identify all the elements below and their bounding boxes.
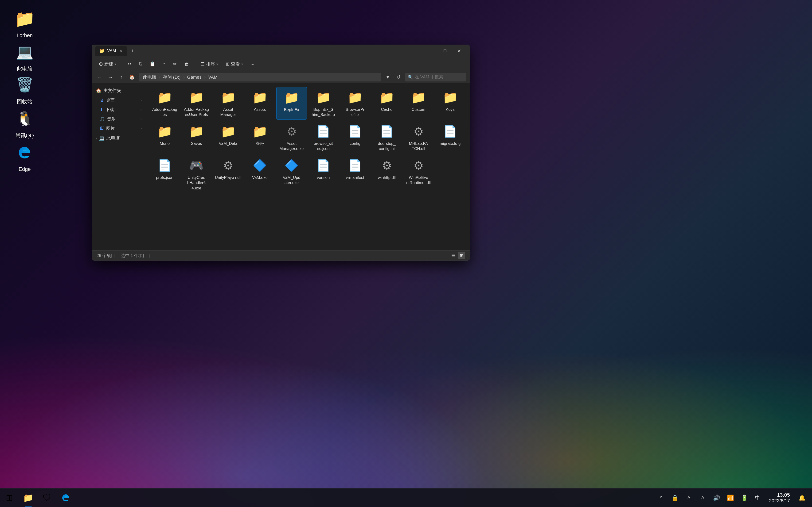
file-item-mhlabpatch[interactable]: ⚙ MHLab.PA TCH.dll	[403, 121, 434, 154]
battery-icon[interactable]: 🔋	[739, 493, 750, 503]
file-item-cache[interactable]: 📁 Cache	[371, 87, 402, 120]
grid-view-button[interactable]: ⊞	[458, 252, 465, 259]
search-icon: 🔍	[408, 75, 413, 80]
more-button[interactable]: ···	[247, 60, 258, 68]
file-item-unitycrash[interactable]: 🎮 UnityCras hHandler6 4.exe	[181, 155, 212, 193]
maximize-button[interactable]: □	[438, 45, 452, 57]
audio-icon[interactable]: 🔊	[711, 493, 722, 503]
file-label-unitycrash: UnityCras hHandler6 4.exe	[183, 175, 210, 190]
breadcrumb[interactable]: 此电脑 › 存储 (D:) › Games › VAM	[139, 73, 381, 81]
file-item-custom[interactable]: 📁 Custom	[403, 87, 434, 120]
file-item-doorstopconfig[interactable]: 📄 doorstop_ config.ini	[371, 121, 402, 154]
taskbar-security[interactable]: 🛡	[38, 489, 56, 507]
network-icon[interactable]: 📶	[725, 493, 735, 503]
back-button[interactable]: ←	[95, 73, 104, 81]
file-item-vamexe[interactable]: 🔷 VaM.exe	[245, 155, 275, 193]
file-item-saves[interactable]: 📁 Saves	[181, 121, 212, 154]
breadcrumb-sep-1: ›	[159, 75, 160, 80]
total-items: 29 个项目	[97, 253, 115, 259]
file-item-vrmanifest[interactable]: 📄 vrmanifest	[340, 155, 370, 193]
sidebar-item-desktop[interactable]: 🖥 桌面 ›	[93, 96, 145, 105]
sidebar-this-pc[interactable]: › 💻 此电脑	[93, 133, 145, 143]
file-label-addonpackagesuserprefs: AddonPackagesUser Prefs	[183, 107, 210, 117]
file-item-browsesitesjs[interactable]: 📄 browse_sit es.json	[308, 121, 339, 154]
file-item-migratelog[interactable]: 📄 migrate.lo g	[435, 121, 465, 154]
file-item-addonpackagesuserprefs[interactable]: 📁 AddonPackagesUser Prefs	[181, 87, 212, 120]
delete-button[interactable]: 🗑	[182, 60, 192, 68]
search-bar[interactable]: 🔍	[405, 73, 466, 81]
breadcrumb-sep-3: ›	[204, 75, 206, 80]
paste-button[interactable]: 📋	[146, 59, 159, 68]
file-item-version[interactable]: 📄 version	[308, 155, 339, 193]
file-icon-browsesitesjs: 📄	[315, 123, 332, 139]
forward-button[interactable]: →	[106, 73, 115, 81]
recent-button[interactable]: 🏠	[128, 73, 136, 81]
file-icon-vamexe: 🔷	[252, 157, 268, 174]
start-icon: ⊞	[6, 493, 13, 503]
sidebar-item-downloads[interactable]: ⬇ 下载 ›	[93, 105, 145, 114]
language-icon[interactable]: A	[698, 493, 708, 503]
file-label-vam-data: VaM_Data	[219, 141, 237, 146]
taskbar-file-explorer[interactable]: 📁	[19, 489, 38, 507]
desktop-icon-qq[interactable]: 🐧 腾讯QQ	[4, 105, 46, 142]
desktop-icon-edge[interactable]: Edge	[4, 138, 46, 175]
cut-button[interactable]: ✂	[124, 59, 135, 68]
start-button[interactable]: ⊞	[0, 489, 19, 507]
list-view-button[interactable]: ☰	[450, 252, 457, 259]
share-button[interactable]: ↑	[160, 60, 169, 68]
taskbar-edge[interactable]	[56, 489, 75, 507]
sort-button[interactable]: ☰ 排序 ▾	[197, 59, 221, 69]
notifications-button[interactable]: 🔔	[797, 493, 807, 503]
file-item-bepinexshimbackup[interactable]: 📁 BepInEx_S him_Backu p	[308, 87, 339, 120]
file-item-bepinex[interactable]: 📁 BepInEx	[276, 87, 307, 120]
close-button[interactable]: ✕	[452, 45, 466, 57]
view-button[interactable]: ⊞ 查看 ▾	[222, 59, 246, 69]
search-input[interactable]	[415, 75, 463, 79]
refresh-button[interactable]: ↺	[394, 73, 403, 81]
security-tray-icon[interactable]: 🔒	[670, 493, 680, 503]
file-item-prefsjson[interactable]: 📄 prefs.json	[149, 155, 180, 193]
dropdown-button[interactable]: ▾	[384, 73, 392, 81]
file-item-browserprofile[interactable]: 📁 BrowserPr ofile	[340, 87, 370, 120]
file-item-winpixevent[interactable]: ⚙ WinPixEve ntRuntime .dll	[403, 155, 434, 193]
tab-close-button[interactable]: ✕	[118, 48, 123, 54]
rename-button[interactable]: ✏	[170, 59, 180, 68]
input-method-icon[interactable]: A	[684, 493, 694, 503]
file-item-winhttp[interactable]: ⚙ winhttp.dll	[371, 155, 402, 193]
file-label-migratelog: migrate.lo g	[440, 141, 461, 146]
file-item-mono[interactable]: 📁 Mono	[149, 121, 180, 154]
file-item-unityplayer[interactable]: ⚙ UnityPlaye r.dll	[213, 155, 243, 193]
new-button[interactable]: ⊕ 新建 ▾	[95, 59, 119, 69]
show-hidden-icons-button[interactable]: ^	[656, 493, 666, 503]
sidebar-item-music[interactable]: 🎵 音乐 ›	[93, 114, 145, 124]
breadcrumb-item-vam[interactable]: VAM	[207, 74, 219, 80]
status-sep-1: |	[117, 253, 119, 258]
up-button[interactable]: ↑	[117, 73, 125, 81]
file-item-assetmanagerexe[interactable]: ⚙ Asset Manager.e xe	[276, 121, 307, 154]
desktop-icon-this-pc[interactable]: 💻 此电脑	[4, 38, 46, 75]
ime-cn-indicator[interactable]: 中	[753, 493, 762, 502]
file-item-assetmanager[interactable]: 📁 Asset Manager	[213, 87, 243, 120]
sidebar-item-pictures[interactable]: 🖼 图片 ›	[93, 124, 145, 133]
file-item-vamupdater[interactable]: 🔷 VaM_Upd ater.exe	[276, 155, 307, 193]
new-tab-button[interactable]: +	[128, 47, 137, 55]
window-controls: ─ □ ✕	[424, 45, 466, 57]
file-item-assets[interactable]: 📁 Assets	[245, 87, 275, 120]
breadcrumb-item-games[interactable]: Games	[186, 74, 203, 80]
file-item-vam-data[interactable]: 📁 VaM_Data	[213, 121, 243, 154]
file-item-addonpackages[interactable]: 📁 AddonPackages	[149, 87, 180, 120]
breadcrumb-item-drive[interactable]: 存储 (D:)	[161, 73, 182, 81]
minimize-button[interactable]: ─	[424, 45, 438, 57]
taskbar-clock[interactable]: 13:05 2022/6/17	[765, 491, 794, 505]
desktop-icon-lorben[interactable]: 📁 Lorben	[4, 5, 46, 41]
file-item-backup[interactable]: 📁 备份	[245, 121, 275, 154]
sidebar-main-folder[interactable]: 🏠 主文件夹	[93, 86, 145, 96]
copy-button[interactable]: ⎘	[136, 60, 145, 68]
file-item-config[interactable]: 📄 config	[340, 121, 370, 154]
title-tab-vam[interactable]: 📁 VAM ✕	[95, 46, 127, 56]
desktop-icon-recycle-bin[interactable]: 🗑️ 回收站	[4, 70, 46, 108]
file-label-winpixevent: WinPixEve ntRuntime .dll	[405, 175, 432, 185]
breadcrumb-item-pc[interactable]: 此电脑	[142, 73, 158, 81]
file-icon-cache: 📁	[378, 89, 395, 106]
file-item-keys[interactable]: 📁 Keys	[435, 87, 465, 120]
